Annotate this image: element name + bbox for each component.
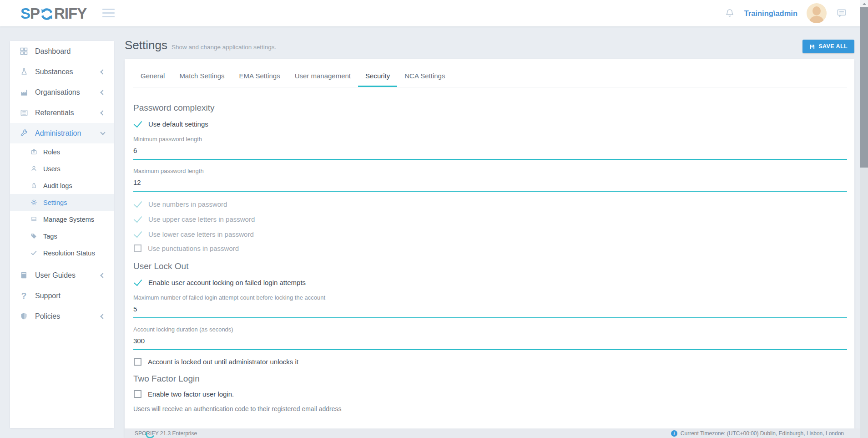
maximum-password-length-input[interactable] bbox=[133, 176, 847, 192]
checkbox-label: Account is locked out until administrato… bbox=[148, 358, 298, 366]
sidebar-nav: Dashboard Substances Organisations Refer… bbox=[10, 41, 114, 428]
chevron-left-icon bbox=[100, 314, 105, 319]
security-settings-form: Password complexity Use default settings… bbox=[133, 103, 847, 438]
unchecked-checkbox-icon bbox=[134, 358, 141, 366]
checkbox-label: Enable two factor user login. bbox=[148, 390, 234, 398]
checked-checkbox-icon bbox=[133, 278, 142, 287]
tab-user-management[interactable]: User management bbox=[288, 68, 358, 87]
logo-letters-rify: RIFY bbox=[54, 5, 86, 22]
sidebar-item-tags[interactable]: Tags bbox=[10, 228, 114, 244]
sidebar-item-referentials[interactable]: Referentials bbox=[10, 102, 114, 123]
checkbox-enable-two-factor[interactable]: Enable two factor user login. bbox=[133, 390, 847, 398]
checked-checkbox-icon bbox=[133, 229, 142, 239]
vertical-scrollbar[interactable] bbox=[860, 0, 868, 438]
tag-icon bbox=[30, 232, 38, 240]
tab-ema-settings[interactable]: EMA Settings bbox=[232, 68, 288, 87]
checkbox-locked-until-admin-unlocks[interactable]: Account is locked out until administrato… bbox=[133, 358, 847, 366]
field-max-failed-attempts: Maximum number of failed login attempt c… bbox=[133, 294, 847, 318]
checkbox-label: Use default settings bbox=[148, 120, 208, 128]
sidebar-item-dashboard[interactable]: Dashboard bbox=[10, 41, 114, 61]
sidebar-item-user-guides[interactable]: User Guides bbox=[10, 265, 114, 285]
section-heading-password-complexity: Password complexity bbox=[133, 103, 847, 113]
scroll-up-arrow[interactable] bbox=[860, 0, 868, 7]
footer-version-text: SPORIFY 21.3 Enterprise bbox=[135, 430, 197, 437]
tab-security[interactable]: Security bbox=[358, 68, 397, 87]
tab-match-settings[interactable]: Match Settings bbox=[172, 68, 232, 87]
sidebar-item-organisations[interactable]: Organisations bbox=[10, 82, 114, 102]
checked-checkbox-icon bbox=[133, 119, 142, 128]
sidebar-item-label: Policies bbox=[35, 312, 60, 321]
chat-icon[interactable] bbox=[836, 7, 848, 19]
scrollbar-thumb[interactable] bbox=[860, 7, 868, 168]
sidebar-item-manage-systems[interactable]: Manage Systems bbox=[10, 211, 114, 228]
sporify-logo[interactable]: SPRIFY bbox=[20, 5, 86, 22]
sidebar-item-label: Resolution Status bbox=[43, 250, 95, 257]
sidebar-item-roles[interactable]: Roles bbox=[10, 143, 114, 160]
sidebar-item-users[interactable]: Users bbox=[10, 160, 114, 177]
sidebar-item-label: User Guides bbox=[35, 271, 76, 280]
minimum-password-length-input[interactable] bbox=[133, 144, 847, 160]
refresh-icon bbox=[40, 7, 54, 21]
checkbox-use-lower-case[interactable]: Use lower case letters in password bbox=[133, 229, 847, 239]
sidebar-item-policies[interactable]: Policies bbox=[10, 306, 114, 326]
unchecked-checkbox-icon bbox=[134, 244, 141, 252]
user-menu[interactable]: Training\admin bbox=[744, 9, 797, 18]
sidebar-item-label: Dashboard bbox=[35, 47, 71, 56]
checkbox-use-punctuations[interactable]: Use punctuations in password bbox=[133, 244, 847, 252]
checkbox-use-upper-case[interactable]: Use upper case letters in password bbox=[133, 214, 847, 224]
locking-duration-input[interactable] bbox=[133, 334, 847, 350]
tab-nca-settings[interactable]: NCA Settings bbox=[397, 68, 452, 87]
logo-letter-p: P bbox=[30, 5, 40, 22]
sidebar-item-label: Settings bbox=[43, 199, 67, 206]
sidebar-item-label: Referentials bbox=[35, 109, 74, 117]
section-heading-two-factor: Two Factor Login bbox=[133, 374, 847, 384]
field-minimum-password-length: Minimum password length bbox=[133, 136, 847, 160]
checkbox-enable-account-locking[interactable]: Enable user account locking on failed lo… bbox=[133, 278, 847, 287]
save-all-label: SAVE ALL bbox=[818, 43, 848, 50]
sidebar-item-label: Administration bbox=[35, 129, 81, 138]
save-all-button[interactable]: SAVE ALL bbox=[802, 40, 854, 53]
sidebar-item-substances[interactable]: Substances bbox=[10, 61, 114, 82]
chevron-left-icon bbox=[100, 273, 105, 278]
checked-checkbox-icon bbox=[133, 214, 142, 224]
laptop-icon bbox=[30, 215, 38, 223]
max-failed-attempts-input[interactable] bbox=[133, 302, 847, 318]
unchecked-checkbox-icon bbox=[134, 390, 141, 398]
briefcase-icon bbox=[30, 148, 38, 156]
checkbox-label: Use upper case letters in password bbox=[148, 215, 255, 223]
sidebar-item-label: Users bbox=[43, 165, 61, 173]
sidebar-item-label: Organisations bbox=[35, 88, 80, 97]
user-icon bbox=[30, 165, 38, 173]
checkbox-label: Use numbers in password bbox=[148, 200, 227, 208]
wrench-icon bbox=[19, 129, 29, 138]
chevron-left-icon bbox=[100, 110, 105, 115]
menu-toggle-icon[interactable] bbox=[102, 9, 115, 18]
factory-icon bbox=[19, 88, 29, 97]
sidebar-item-administration[interactable]: Administration bbox=[10, 123, 114, 143]
lock-icon bbox=[30, 182, 38, 189]
shield-icon bbox=[19, 312, 29, 321]
tab-general[interactable]: General bbox=[133, 68, 172, 87]
sidebar-item-settings[interactable]: Settings bbox=[10, 194, 114, 211]
save-floppy-icon bbox=[809, 44, 815, 50]
sidebar-item-support[interactable]: ? Support bbox=[10, 285, 114, 306]
book-icon bbox=[19, 271, 29, 280]
field-label: Minimum password length bbox=[133, 136, 847, 143]
sidebar-item-label: Tags bbox=[43, 233, 57, 240]
footer-timezone: i Current Timezone: (UTC+00:00) Dublin, … bbox=[671, 430, 844, 437]
checkbox-label: Enable user account locking on failed lo… bbox=[148, 279, 306, 286]
notifications-bell-icon[interactable] bbox=[724, 8, 735, 19]
settings-tabs: General Match Settings EMA Settings User… bbox=[133, 59, 847, 87]
settings-content-panel: General Match Settings EMA Settings User… bbox=[125, 59, 854, 438]
field-label: Account locking duration (as seconds) bbox=[133, 326, 847, 333]
sidebar-item-audit-logs[interactable]: Audit logs bbox=[10, 177, 114, 194]
chevron-left-icon bbox=[100, 90, 105, 95]
sidebar-item-label: Roles bbox=[43, 148, 60, 156]
avatar[interactable] bbox=[807, 3, 827, 23]
checkbox-use-default-settings[interactable]: Use default settings bbox=[133, 119, 847, 128]
administration-submenu: Roles Users Audit logs Settings Manage S… bbox=[10, 143, 114, 261]
list-icon bbox=[19, 108, 29, 117]
footer-timezone-text: Current Timezone: (UTC+00:00) Dublin, Ed… bbox=[681, 430, 844, 437]
sidebar-item-resolution-status[interactable]: Resolution Status bbox=[10, 244, 114, 261]
checkbox-use-numbers[interactable]: Use numbers in password bbox=[133, 199, 847, 209]
